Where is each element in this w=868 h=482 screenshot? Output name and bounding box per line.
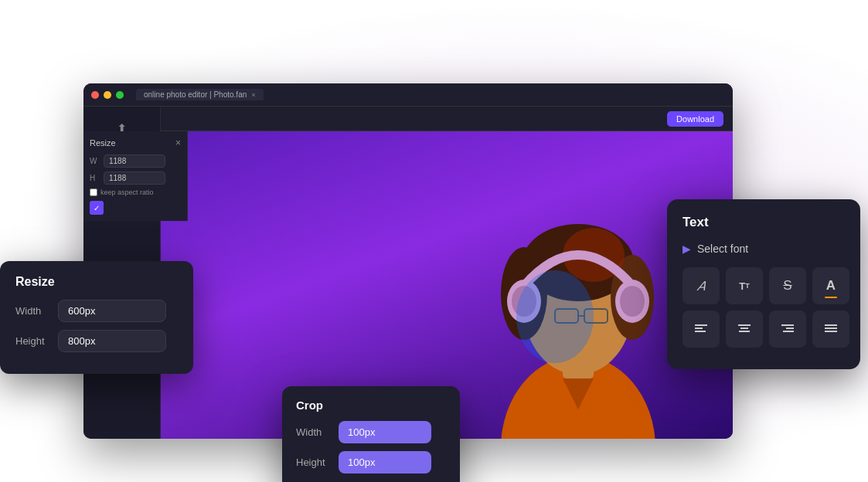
svg-point-13 [620,286,645,317]
underline-text-button[interactable]: A [812,267,849,304]
woman-photo [462,154,694,439]
browser-titlebar: online photo editor | Photo.fan × [83,83,733,107]
crop-floating-panel: Crop Width Height [282,386,460,482]
inner-resize-panel: Resize × W H keep aspect ratio ✓ [83,131,188,221]
inner-width-label: W [90,157,100,165]
resize-width-input[interactable] [58,300,166,322]
resize-floating-panel: Resize Width Height [0,261,193,374]
justify-button[interactable] [812,311,849,348]
aspect-ratio-label: keep aspect ratio [100,188,154,196]
inner-panel-header: Resize × [90,137,181,148]
resize-height-row: Height [15,330,178,352]
inner-width-input[interactable] [104,154,165,168]
resize-height-input[interactable] [58,330,166,352]
italic-text-button[interactable]: 𝘈 [682,267,720,304]
text-tools-row2 [682,311,845,348]
svg-point-14 [516,270,594,363]
window-close-dot[interactable] [91,91,99,99]
resize-height-label: Height [15,335,50,347]
window-minimize-dot[interactable] [104,91,111,99]
aspect-ratio-checkbox[interactable] [90,188,97,196]
crop-width-row: Width [296,421,446,443]
resize-panel-title: Resize [15,275,178,289]
inner-height-input[interactable] [104,171,165,185]
inner-aspect-ratio-row: keep aspect ratio [90,188,181,196]
inner-width-row: W [90,154,181,168]
tab-close-button[interactable]: × [251,91,255,99]
text-size-button[interactable]: TT [726,267,763,304]
align-left-button[interactable] [682,311,720,348]
align-center-button[interactable] [726,311,763,348]
browser-toolbar: ↺ ↻ 🌐 Download [83,107,733,131]
resize-width-label: Width [15,305,50,317]
text-tools-row1: 𝘈 TT S A [682,267,845,304]
browser-tab[interactable]: online photo editor | Photo.fan × [136,89,264,100]
chevron-right-icon: ▶ [682,243,691,255]
inner-panel-title: Resize [90,138,116,148]
inner-panel-close-button[interactable]: × [175,137,181,148]
crop-height-input[interactable] [339,451,431,474]
inner-height-row: H [90,171,181,185]
strikethrough-button[interactable]: S [769,267,806,304]
select-font-row[interactable]: ▶ Select font [682,243,845,255]
text-floating-panel: Text ▶ Select font 𝘈 TT S A [667,199,860,369]
tab-label: online photo editor | Photo.fan [144,90,247,99]
align-right-button[interactable] [769,311,806,348]
window-maximize-dot[interactable] [116,91,124,99]
crop-panel-title: Crop [296,399,446,412]
select-font-label: Select font [697,243,748,255]
resize-width-row: Width [15,300,178,322]
download-button[interactable]: Download [667,111,723,127]
crop-height-row: Height [296,451,446,474]
crop-width-label: Width [296,426,331,438]
crop-width-input[interactable] [339,421,431,443]
crop-height-label: Height [296,457,331,468]
inner-height-label: H [90,174,100,182]
text-panel-title: Text [682,215,845,230]
inner-confirm-button[interactable]: ✓ [90,201,104,215]
